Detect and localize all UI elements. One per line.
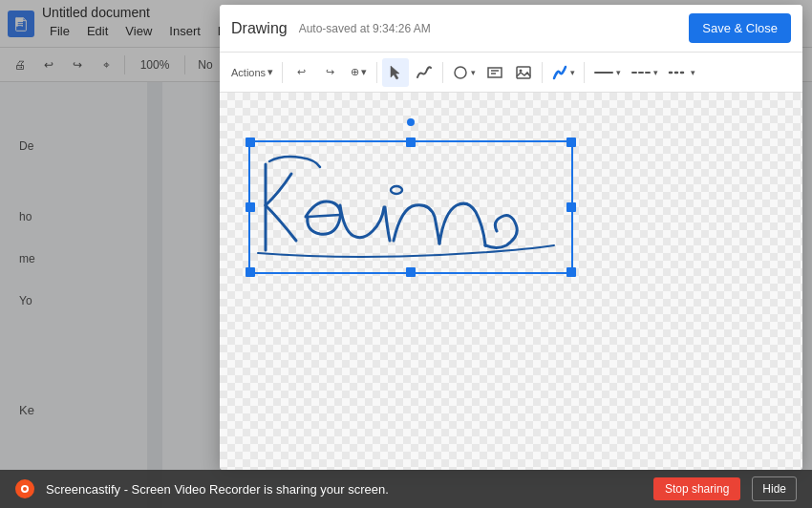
border-weight-chevron-icon: ▾: [691, 68, 695, 77]
drawing-overlay: Drawing Auto-saved at 9:34:26 AM Save & …: [0, 0, 812, 508]
actions-button[interactable]: Actions ▾: [227, 58, 277, 87]
scribble-tool-button[interactable]: [411, 58, 438, 87]
border-weight-button[interactable]: ▾: [664, 58, 699, 87]
drawing-title: Drawing: [231, 20, 288, 37]
border-dash-chevron-icon: ▾: [653, 68, 658, 77]
notification-bar: Screencastify - Screen Video Recorder is…: [0, 470, 812, 508]
border-style-icon: [593, 64, 614, 81]
drawing-dialog: Drawing Auto-saved at 9:34:26 AM Save & …: [220, 5, 802, 470]
pointer-tool-button[interactable]: [382, 58, 409, 87]
zoom-icon: ⊕: [351, 66, 359, 78]
shapes-chevron-icon: ▾: [471, 68, 476, 77]
line-color-icon: [551, 64, 568, 81]
scribble-icon: [416, 64, 433, 81]
border-dash-icon: [630, 64, 652, 81]
redo-button[interactable]: ↪: [316, 58, 343, 87]
shapes-button[interactable]: ▾: [448, 58, 480, 87]
undo-button[interactable]: ↩: [288, 58, 314, 87]
border-weight-icon: [668, 64, 689, 81]
undo-icon: ↩: [297, 66, 306, 78]
border-style-chevron-icon: ▾: [616, 68, 621, 77]
drawing-header: Drawing Auto-saved at 9:34:26 AM Save & …: [220, 5, 802, 53]
border-style-button[interactable]: ▾: [589, 58, 625, 87]
svg-rect-5: [488, 68, 502, 77]
svg-point-4: [455, 67, 466, 78]
shapes-icon: [452, 64, 469, 81]
dtb-sep-1: [282, 62, 283, 83]
notification-text: Screencastify - Screen Video Recorder is…: [46, 482, 642, 497]
textbox-icon: [486, 64, 503, 81]
zoom-chevron-icon: ▾: [361, 66, 367, 78]
drawing-toolbar: Actions ▾ ↩ ↪ ⊕ ▾: [220, 53, 802, 93]
line-color-chevron-icon: ▾: [570, 68, 575, 77]
svg-point-13: [391, 186, 402, 194]
line-color-button[interactable]: ▾: [547, 58, 579, 87]
svg-point-9: [520, 69, 523, 72]
image-icon: [515, 64, 532, 81]
autosaved-text: Auto-saved at 9:34:26 AM: [299, 22, 678, 35]
image-button[interactable]: [510, 58, 537, 87]
textbox-button[interactable]: [481, 58, 508, 87]
zoom-button[interactable]: ⊕ ▾: [345, 58, 372, 87]
dtb-sep-2: [376, 62, 377, 83]
stop-sharing-button[interactable]: Stop sharing: [653, 477, 740, 500]
signature-container[interactable]: [248, 140, 573, 274]
actions-label: Actions: [231, 67, 266, 78]
dtb-sep-4: [542, 62, 543, 83]
save-close-button[interactable]: Save & Close: [689, 13, 791, 43]
border-dash-button[interactable]: ▾: [627, 58, 662, 87]
redo-icon: ↪: [326, 66, 334, 78]
dtb-sep-3: [442, 62, 443, 83]
hide-button[interactable]: Hide: [752, 476, 797, 501]
pointer-icon: [387, 64, 404, 81]
signature-svg: [248, 140, 573, 274]
handle-rotation[interactable]: [407, 118, 415, 126]
drawing-canvas[interactable]: [220, 93, 802, 470]
dtb-sep-5: [584, 62, 585, 83]
screencastify-icon: [15, 479, 34, 498]
actions-chevron-icon: ▾: [267, 66, 273, 78]
camera-icon: [19, 483, 31, 495]
svg-point-15: [23, 487, 27, 491]
